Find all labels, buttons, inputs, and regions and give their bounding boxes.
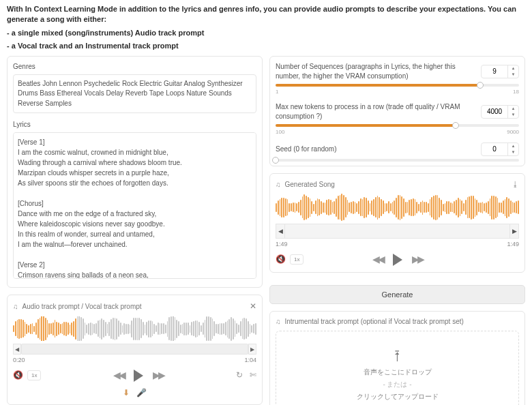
mute-icon[interactable]: 🔇 xyxy=(276,254,286,265)
wave-nav-right[interactable]: ▶ xyxy=(509,224,519,239)
seed-label: Seed (0 for random) xyxy=(276,145,477,154)
mute-icon[interactable]: 🔇 xyxy=(13,370,23,381)
step-up-icon[interactable]: ▲ xyxy=(508,143,518,149)
audio-prompt-time-end: 1:04 xyxy=(244,356,256,365)
tick: 9000 xyxy=(507,128,519,136)
step-up-icon[interactable]: ▲ xyxy=(508,106,518,112)
tokens-input[interactable]: ▲▼ xyxy=(481,105,519,119)
download-icon[interactable]: ⬇ xyxy=(123,387,130,399)
upload-icon: ⭱ xyxy=(391,348,404,365)
skip-fwd-button[interactable]: ▶▶ xyxy=(153,369,164,382)
step-down-icon[interactable]: ▼ xyxy=(508,149,518,155)
music-icon: ♫ xyxy=(276,317,281,327)
wave-nav-left[interactable]: ◀ xyxy=(276,224,285,239)
generated-waveform[interactable] xyxy=(276,194,519,221)
audio-prompt-waveform[interactable] xyxy=(13,316,256,341)
tick: 18 xyxy=(513,88,519,95)
intro-bullet: - a Vocal track and an Instrumental trac… xyxy=(7,41,525,51)
drop-or-text: - または - xyxy=(383,380,411,389)
scrub-bar[interactable] xyxy=(21,344,248,355)
scrub-right-button[interactable]: ▶ xyxy=(248,344,256,355)
mic-icon[interactable]: 🎤 xyxy=(136,387,147,399)
step-down-icon[interactable]: ▼ xyxy=(508,72,518,78)
audio-prompt-time-start: 0:20 xyxy=(13,356,25,365)
params-panel: Number of Sequences (paragraphs in Lyric… xyxy=(269,56,525,166)
skip-back-button[interactable]: ◀◀ xyxy=(113,369,124,382)
seq-label: Number of Sequences (paragraphs in Lyric… xyxy=(276,62,477,81)
loop-icon[interactable]: ↻ xyxy=(236,370,243,381)
tick: 100 xyxy=(276,128,284,136)
generated-song-panel: ♫ Generated Song ⭳ ◀ ▶ 1:49 1:49 🔇 1x xyxy=(269,173,525,273)
seq-input[interactable]: ▲▼ xyxy=(481,65,519,78)
speed-button[interactable]: 1x xyxy=(27,370,41,380)
genres-label: Genres xyxy=(13,62,256,72)
tokens-label: Max new tokens to process in a row (trad… xyxy=(276,102,477,121)
gen-time-start: 1:49 xyxy=(276,240,288,249)
drop-main-text: 音声をここにドロップ xyxy=(364,368,432,377)
generated-song-label: Generated Song xyxy=(285,180,335,190)
trim-icon[interactable]: ✄ xyxy=(250,370,256,381)
step-down-icon[interactable]: ▼ xyxy=(508,112,518,118)
play-button[interactable] xyxy=(393,254,402,266)
generate-button[interactable]: Generate xyxy=(269,285,525,304)
skip-fwd-button[interactable]: ▶▶ xyxy=(412,253,423,267)
gen-time-end: 1:49 xyxy=(507,240,519,249)
music-icon: ♫ xyxy=(276,180,281,190)
music-icon: ♫ xyxy=(13,302,18,312)
genres-input[interactable]: Beatles John Lennon Psychedelic Rock Ele… xyxy=(13,74,256,114)
step-up-icon[interactable]: ▲ xyxy=(508,65,518,72)
seed-slider[interactable] xyxy=(276,159,519,162)
seed-input[interactable]: ▲▼ xyxy=(481,142,519,156)
audio-prompt-panel: ♫ Audio track prompt / Vocal track promp… xyxy=(7,295,263,405)
skip-back-button[interactable]: ◀◀ xyxy=(372,253,383,267)
lyrics-label: Lyrics xyxy=(13,120,256,130)
close-icon[interactable]: ✕ xyxy=(250,301,256,312)
wave-nav-bar[interactable] xyxy=(285,224,509,239)
tick: 1 xyxy=(276,88,278,95)
intro-text: With In Context Learning Mode in additio… xyxy=(7,4,525,25)
play-button[interactable] xyxy=(134,370,143,382)
upload-dropzone[interactable]: ⭱ 音声をここにドロップ - または - クリックしてアップロード xyxy=(276,331,519,405)
speed-button[interactable]: 1x xyxy=(290,254,304,265)
drop-click-text: クリックしてアップロード xyxy=(357,392,439,402)
genres-lyrics-panel: Genres Beatles John Lennon Psychedelic R… xyxy=(7,56,263,288)
instrumental-prompt-label: Intrumental track prompt (optional if Vo… xyxy=(285,317,464,327)
seq-slider[interactable] xyxy=(276,84,519,87)
instrumental-prompt-panel: ♫ Intrumental track prompt (optional if … xyxy=(269,311,525,405)
scrub-left-button[interactable]: ◀ xyxy=(13,344,21,355)
intro-bullet: - a single mixed (song/instruments) Audi… xyxy=(7,28,525,38)
download-icon[interactable]: ⭳ xyxy=(512,179,519,190)
audio-prompt-label: Audio track prompt / Vocal track prompt xyxy=(23,302,142,312)
tokens-slider[interactable] xyxy=(276,124,519,127)
lyrics-textarea[interactable] xyxy=(13,132,256,279)
